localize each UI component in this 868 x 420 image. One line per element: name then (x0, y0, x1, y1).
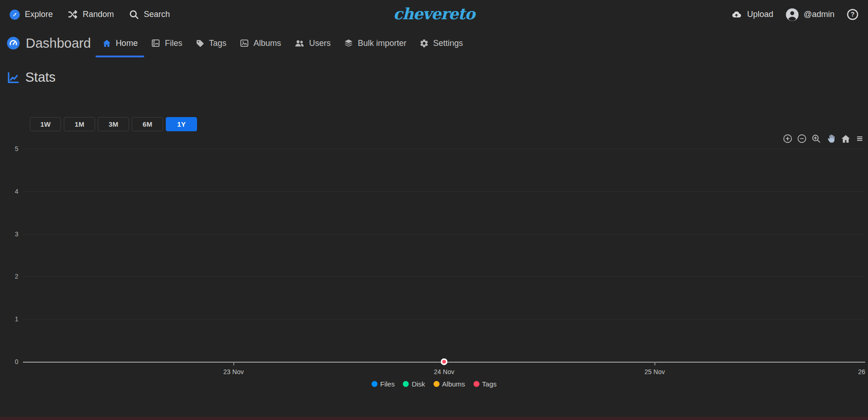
y-tick-label: 0 (15, 358, 18, 365)
range-button-3m[interactable]: 3M (98, 117, 129, 131)
users-icon (294, 38, 305, 48)
user-menu[interactable]: @admin (785, 8, 834, 22)
stats-heading: Stats (6, 70, 868, 85)
range-button-1y[interactable]: 1Y (166, 117, 197, 131)
username-label: @admin (804, 10, 834, 19)
dashboard-tabbar: Dashboard HomeFilesTagsAlbumsUsersBulk i… (0, 29, 868, 57)
bottom-strip (0, 417, 868, 420)
y-tick-label: 3 (15, 230, 18, 238)
data-point-tags (441, 358, 447, 365)
navbar-right-group: Upload @admin ? (730, 8, 859, 22)
upload-button[interactable]: Upload (730, 9, 773, 20)
albums-icon (239, 38, 249, 48)
legend-label: Disk (411, 380, 425, 388)
nav-item-label: Explore (25, 10, 53, 19)
legend-label: Files (380, 380, 395, 388)
gridline (23, 319, 865, 319)
legend-dot (372, 381, 378, 387)
tool-selection-zoom-icon[interactable] (811, 134, 821, 146)
x-tick-label: 26 (858, 368, 865, 375)
tab-bulk-importer[interactable]: Bulk importer (337, 29, 413, 57)
gear-icon (419, 39, 429, 48)
nav-item-search[interactable]: Search (129, 9, 170, 20)
tab-label: Files (165, 39, 182, 48)
tab-settings[interactable]: Settings (413, 29, 469, 57)
chart-plot-area[interactable]: 012345 (23, 149, 865, 362)
shuffle-icon (68, 9, 78, 20)
top-navbar: Explore Random Search chevereto Upload (0, 0, 868, 29)
y-tick-label: 2 (15, 273, 18, 280)
tab-label: Albums (254, 39, 281, 48)
tab-label: Tags (209, 39, 226, 48)
legend-label: Albums (442, 380, 465, 388)
legend-item-tags[interactable]: Tags (473, 380, 497, 388)
chart-legend: FilesDiskAlbumsTags (0, 380, 868, 388)
nav-item-random[interactable]: Random (68, 9, 114, 20)
avatar-icon (785, 8, 799, 22)
gridline (23, 276, 865, 277)
gridline (23, 149, 865, 149)
legend-dot (403, 381, 409, 387)
tab-label: Users (309, 39, 331, 48)
x-tick-label: 25 Nov (644, 368, 665, 375)
x-tick-label: 23 Nov (223, 368, 243, 375)
x-tick-mark (654, 362, 655, 365)
cloud-upload-icon (730, 9, 743, 20)
page-title: Dashboard (26, 36, 91, 51)
tool-menu-icon[interactable] (855, 134, 864, 145)
nav-item-label: Random (83, 10, 114, 19)
range-button-1w[interactable]: 1W (30, 117, 61, 131)
range-selector: 1W1M3M6M1Y (30, 117, 868, 131)
svg-text:?: ? (851, 11, 855, 18)
tab-tags[interactable]: Tags (189, 29, 233, 57)
home-icon (102, 39, 112, 48)
gridline (23, 234, 865, 235)
legend-item-albums[interactable]: Albums (434, 380, 465, 388)
x-tick-mark (233, 362, 234, 365)
chart-line-icon (6, 71, 20, 84)
tab-home[interactable]: Home (96, 29, 144, 57)
y-tick-label: 4 (15, 188, 18, 195)
compass-icon (9, 9, 20, 20)
dashboard-header: Dashboard (6, 29, 91, 57)
legend-item-files[interactable]: Files (372, 380, 395, 388)
tab-label: Settings (433, 39, 463, 48)
y-tick-label: 5 (15, 145, 18, 152)
tool-pan-icon[interactable] (825, 133, 836, 146)
x-tick-label: 24 Nov (434, 368, 454, 375)
tab-files[interactable]: Files (144, 29, 189, 57)
gridline (23, 191, 865, 192)
stats-chart: 012345 23 Nov24 Nov25 Nov26 (23, 149, 865, 376)
search-icon (129, 9, 139, 20)
tool-zoom-in-icon[interactable] (783, 134, 793, 146)
help-button[interactable]: ? (846, 8, 859, 21)
legend-item-disk[interactable]: Disk (403, 380, 425, 388)
files-icon (151, 38, 161, 48)
help-icon: ? (846, 8, 859, 21)
tool-zoom-out-icon[interactable] (797, 134, 807, 146)
tab-users[interactable]: Users (287, 29, 337, 57)
range-button-1m[interactable]: 1M (64, 117, 95, 131)
tool-reset-home-icon[interactable] (840, 134, 851, 146)
legend-dot (434, 381, 440, 387)
dashboard-tabs: HomeFilesTagsAlbumsUsersBulk importerSet… (96, 29, 469, 57)
legend-dot (473, 381, 479, 387)
tab-albums[interactable]: Albums (233, 29, 287, 57)
layers-icon (344, 38, 354, 48)
range-button-6m[interactable]: 6M (132, 117, 163, 131)
chevereto-logo[interactable]: chevereto (393, 5, 474, 23)
gauge-icon (6, 36, 20, 50)
y-tick-label: 1 (15, 315, 18, 323)
tag-icon (195, 39, 205, 48)
x-axis-labels: 23 Nov24 Nov25 Nov26 (23, 368, 865, 376)
tab-label: Bulk importer (358, 39, 406, 48)
nav-item-explore[interactable]: Explore (9, 9, 53, 20)
upload-label: Upload (747, 10, 773, 19)
legend-label: Tags (482, 380, 497, 388)
tab-label: Home (116, 39, 138, 48)
stats-title: Stats (25, 70, 56, 85)
navbar-left-group: Explore Random Search (9, 9, 170, 20)
chart-toolbar (0, 134, 864, 145)
nav-item-label: Search (144, 10, 170, 19)
